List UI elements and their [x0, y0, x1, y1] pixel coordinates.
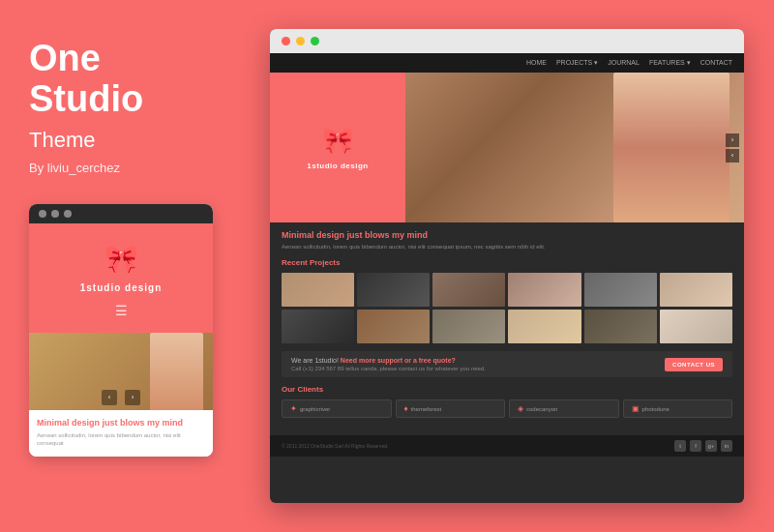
social-facebook[interactable]: f: [690, 440, 701, 452]
mobile-heading-text: Minimal design: [37, 418, 103, 428]
nav-features[interactable]: FEATURES ▾: [649, 59, 691, 67]
hero-logo-text: 1studio design: [307, 162, 368, 170]
client-codecanyon[interactable]: ◈ codecanyon: [509, 399, 619, 418]
browser-chrome: [270, 29, 744, 53]
client-photodune[interactable]: ▣ photodune: [623, 399, 733, 418]
nav-home[interactable]: HOME: [526, 59, 547, 67]
browser-dot-maximize[interactable]: [311, 37, 319, 45]
nav-journal[interactable]: JOURNAL: [608, 59, 640, 67]
title-line1: One: [29, 38, 101, 78]
hero-bowtie-icon: 🎀: [322, 126, 353, 156]
mobile-body-text: Aenean sollicitudin, lorem quis bibendum…: [37, 431, 205, 448]
tagline-text: Minimal design: [282, 230, 347, 240]
project-thumb-4[interactable]: [508, 273, 580, 307]
theme-title: One Studio Theme By liviu_cerchez: [29, 39, 211, 204]
mobile-nav-arrows: ‹ ›: [29, 390, 213, 405]
hamburger-icon[interactable]: ☰: [115, 303, 128, 318]
client-name-0: graphicriver: [300, 406, 330, 412]
cta-phone: Call (+1) 234 567 89 tellus canda, pleas…: [291, 366, 486, 371]
project-thumb-8[interactable]: [357, 310, 430, 343]
site-description: Aenean sollicitudin, lorem quis bibendum…: [282, 243, 732, 251]
project-thumb-2[interactable]: [357, 273, 430, 307]
project-thumb-10[interactable]: [508, 310, 580, 343]
browser-window: HOME PROJECTS ▾ JOURNAL FEATURES ▾ CONTA…: [270, 29, 744, 503]
footer-social: t f g+ in: [674, 440, 732, 452]
codecanyon-icon: ◈: [518, 404, 523, 413]
social-twitter[interactable]: t: [674, 440, 686, 452]
social-googleplus[interactable]: g+: [705, 440, 717, 452]
clients-grid: ✦ graphicriver ♦ themeforest ◈ codecanyo…: [282, 399, 732, 418]
bowtie-icon: 🎀: [104, 243, 138, 275]
projects-grid: [282, 273, 732, 343]
mobile-heading: Minimal design just blows my mind: [37, 418, 205, 428]
mobile-content: Minimal design just blows my mind Aenean…: [29, 410, 213, 458]
project-thumb-12[interactable]: [660, 310, 732, 343]
project-thumb-9[interactable]: [432, 310, 505, 343]
project-thumb-7[interactable]: [282, 310, 354, 343]
project-thumb-1[interactable]: [282, 273, 354, 307]
project-thumb-5[interactable]: [584, 273, 657, 307]
mobile-dot-1: [39, 210, 46, 218]
site-tagline: Minimal design just blows my mind: [282, 230, 732, 240]
project-thumb-6[interactable]: [660, 273, 732, 307]
client-name-3: photodune: [642, 406, 670, 412]
cta-text-normal: We are 1studio!: [291, 357, 341, 364]
cta-text-highlight: Need more support or a free quote?: [341, 357, 456, 364]
tagline-highlight: just blows my mind: [347, 230, 429, 240]
hero-prev-arrow[interactable]: ›: [726, 133, 739, 147]
browser-content: HOME PROJECTS ▾ JOURNAL FEATURES ▾ CONTA…: [270, 53, 744, 498]
theme-author: By liviu_cerchez: [29, 161, 211, 175]
cta-text-section: We are 1studio! Need more support or a f…: [291, 357, 486, 371]
client-themeforest[interactable]: ♦ themeforest: [396, 399, 506, 418]
hero-next-arrow[interactable]: ‹: [726, 149, 739, 163]
theme-subtitle: Theme: [29, 128, 211, 153]
site-main: Minimal design just blows my mind Aenean…: [270, 222, 744, 433]
right-panel: HOME PROJECTS ▾ JOURNAL FEATURES ▾ CONTA…: [240, 0, 774, 532]
graphicriver-icon: ✦: [290, 404, 297, 413]
clients-title: Our Clients: [282, 385, 732, 394]
next-arrow[interactable]: ›: [125, 390, 140, 405]
hero-logo-section: 🎀 1studio design: [270, 73, 405, 222]
nav-projects[interactable]: PROJECTS ▾: [556, 59, 598, 67]
themeforest-icon: ♦: [404, 404, 408, 413]
mobile-hero-section: 🎀 1studio design ☰: [29, 223, 213, 333]
project-thumb-11[interactable]: [584, 310, 657, 343]
site-hero: 🎀 1studio design › ‹: [270, 73, 744, 222]
mobile-photo: ‹ ›: [29, 333, 213, 410]
prev-arrow[interactable]: ‹: [102, 390, 117, 405]
photodune-icon: ▣: [632, 404, 640, 413]
cta-bar: We are 1studio! Need more support or a f…: [282, 351, 732, 377]
browser-dot-close[interactable]: [282, 37, 290, 45]
browser-dot-minimize[interactable]: [296, 37, 305, 45]
mobile-heading-highlight: just blows my mind: [103, 418, 184, 428]
social-linkedin[interactable]: in: [721, 440, 732, 452]
mobile-mockup: 🎀 1studio design ☰ ‹ › Minimal design ju…: [29, 204, 213, 458]
hero-image: › ‹: [405, 73, 744, 222]
cta-main-text: We are 1studio! Need more support or a f…: [291, 357, 486, 364]
site-footer: © 2011 2012 OneStudio Sarl All Rights Re…: [270, 435, 744, 457]
clients-section: Our Clients ✦ graphicriver ♦ themeforest…: [282, 385, 732, 418]
mobile-header: [29, 204, 213, 223]
hero-arrows: › ‹: [726, 133, 739, 163]
title-line2: Studio: [29, 78, 143, 119]
client-graphicriver[interactable]: ✦ graphicriver: [282, 399, 392, 418]
mobile-dot-2: [51, 210, 59, 218]
recent-projects-title: Recent Projects: [282, 258, 732, 267]
site-nav: HOME PROJECTS ▾ JOURNAL FEATURES ▾ CONTA…: [270, 53, 744, 73]
project-thumb-3[interactable]: [432, 273, 505, 307]
cta-contact-button[interactable]: CONTACT US: [665, 358, 723, 371]
client-name-2: codecanyon: [526, 406, 557, 412]
left-panel: One Studio Theme By liviu_cerchez 🎀 1stu…: [0, 0, 240, 532]
mobile-dot-3: [64, 210, 72, 218]
footer-copyright: © 2011 2012 OneStudio Sarl All Rights Re…: [282, 443, 388, 449]
hero-person-image: [613, 73, 729, 222]
nav-contact[interactable]: CONTACT: [700, 59, 732, 67]
client-name-1: themeforest: [411, 406, 442, 412]
mobile-logo-text: 1studio design: [80, 282, 163, 293]
